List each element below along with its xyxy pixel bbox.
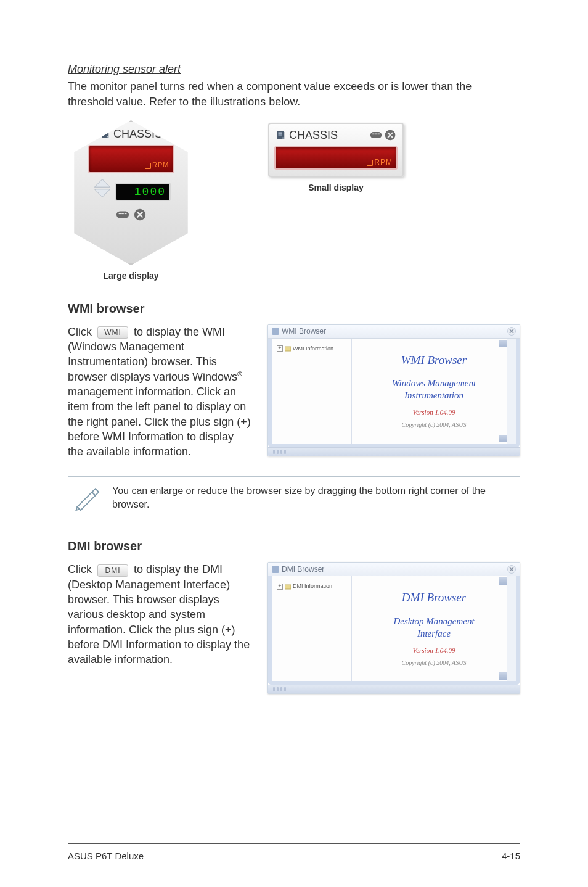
scroll-up-icon[interactable] [499,340,507,347]
scroll-down-icon[interactable] [499,435,507,442]
wmi-chip-button[interactable]: WMI [97,326,128,339]
monitoring-body: The monitor panel turns red when a compo… [68,79,520,109]
page-footer: ASUS P6T Deluxe 4-15 [68,843,520,862]
rpm-arrow-icon [145,163,151,169]
hex-frame: CHASSIS RPM [68,120,194,265]
wmi-titlebar-text: WMI Browser [282,326,326,336]
tree-plus-icon[interactable]: + [277,345,283,352]
svg-rect-0 [102,131,106,133]
app-icon [272,566,279,573]
wmi-body-after-reg: management information. Click an item fr… [68,386,251,458]
dmi-text: Click DMI to display the DMI (Desktop Ma… [68,562,252,667]
close-icon[interactable] [384,129,396,141]
svg-rect-19 [272,328,279,335]
dmi-row: Click DMI to display the DMI (Desktop Ma… [68,562,520,694]
svg-rect-21 [285,347,291,351]
wmi-titlebar: WMI Browser [268,325,520,339]
svg-rect-11 [279,133,282,134]
large-display-col: CHASSIS RPM [68,120,194,282]
scroll-down-icon[interactable] [499,672,507,680]
svg-rect-1 [102,133,106,134]
dmi-footer [268,685,520,693]
svg-rect-24 [285,585,291,589]
registered-mark: ® [237,370,242,377]
note-box: You can enlarge or reduce the browser si… [68,476,520,519]
svg-point-13 [282,137,284,138]
chassis-icon [100,128,111,139]
threshold-value: 1000 [134,184,166,199]
dmi-left-panel: + DMI Information [272,576,352,681]
wmi-copyright: Copyright (c) 2004, ASUS [402,421,467,429]
close-icon[interactable] [507,327,516,336]
settings-icon[interactable] [370,129,382,141]
arrow-up-down-icon[interactable] [91,177,113,203]
large-panel-title: CHASSIS [113,126,162,141]
large-threshold-lcd: 1000 [115,183,171,201]
wmi-right-title: WMI Browser [401,352,467,368]
folder-icon [285,584,291,590]
wmi-text: Click WMI to display the WMI (Windows Ma… [68,324,252,460]
large-rpm-label: RPM [152,160,169,170]
scrollbar[interactable] [507,339,516,444]
wmi-version: Version 1.04.09 [413,408,455,417]
wmi-tree-label: WMI Information [293,345,333,352]
wmi-row: Click WMI to display the WMI (Windows Ma… [68,324,520,460]
small-rpm-label: RPM [374,157,393,167]
scroll-up-icon[interactable] [499,577,507,585]
dmi-body-prefix: Click [68,563,95,576]
dmi-body-rest: to display the DMI (Desktop Management I… [68,563,250,666]
large-panel-title-row: CHASSIS [100,126,162,141]
dmi-window-holder: DMI Browser + DMI Information [267,562,520,694]
resize-grip-icon[interactable] [268,448,520,454]
small-icons [370,129,396,141]
scrollbar[interactable] [507,576,516,681]
dmi-tree-item[interactable]: + DMI Information [277,582,346,590]
close-icon[interactable] [133,208,147,221]
footer-left: ASUS P6T Deluxe [68,850,144,862]
wmi-window-holder: WMI Browser + WMI Information [267,324,520,456]
large-red-lcd: RPM [88,145,174,173]
svg-rect-16 [375,134,377,135]
threshold-row: 1000 [91,177,171,203]
large-rpm-unit: RPM [145,160,169,170]
wmi-right-panel: WMI Browser Windows Management Instrumen… [352,339,516,444]
small-caption: Small display [308,182,363,194]
svg-rect-14 [370,132,382,138]
wmi-footer [268,447,520,456]
tree-plus-icon[interactable]: + [277,584,283,590]
large-display-panel: CHASSIS RPM [68,120,194,265]
panels-row: CHASSIS RPM [68,120,520,282]
small-display-panel: CHASSIS RPM [268,123,404,177]
dmi-right-panel: DMI Browser Desktop Management Interface… [352,576,516,681]
resize-grip-icon[interactable] [268,685,520,691]
close-icon[interactable] [507,565,516,574]
svg-rect-22 [272,566,279,573]
wmi-left-panel: + WMI Information [272,339,352,444]
small-red-lcd: RPM [274,146,398,170]
dmi-chip-button[interactable]: DMI [97,564,128,577]
large-icon-row [116,208,147,221]
svg-rect-17 [378,134,380,135]
dmi-right-subtitle: Desktop Management Interface [393,616,474,640]
folder-icon [285,345,291,352]
svg-marker-5 [94,189,110,197]
chassis-icon [276,130,287,141]
dmi-titlebar: DMI Browser [268,563,520,576]
small-display-col: CHASSIS RPM Small display [268,123,404,194]
settings-icon[interactable] [116,208,129,221]
app-icon [272,328,279,335]
svg-rect-15 [372,134,374,135]
note-text: You can enlarge or reduce the browser si… [112,484,515,511]
small-title-row: CHASSIS [276,128,338,142]
wmi-heading: WMI browser [68,300,520,317]
svg-rect-6 [116,212,128,218]
wmi-body: + WMI Information WMI Browser Windows Ma… [268,339,520,447]
dmi-browser-window: DMI Browser + DMI Information [267,562,520,694]
footer-right: 4-15 [502,850,520,862]
dmi-version: Version 1.04.09 [413,646,455,655]
pencil-icon [73,484,100,511]
monitoring-subheading: Monitoring sensor alert [68,62,520,76]
wmi-tree-item[interactable]: + WMI Information [277,345,346,352]
small-top-row: CHASSIS [276,128,396,142]
svg-rect-9 [124,213,126,215]
